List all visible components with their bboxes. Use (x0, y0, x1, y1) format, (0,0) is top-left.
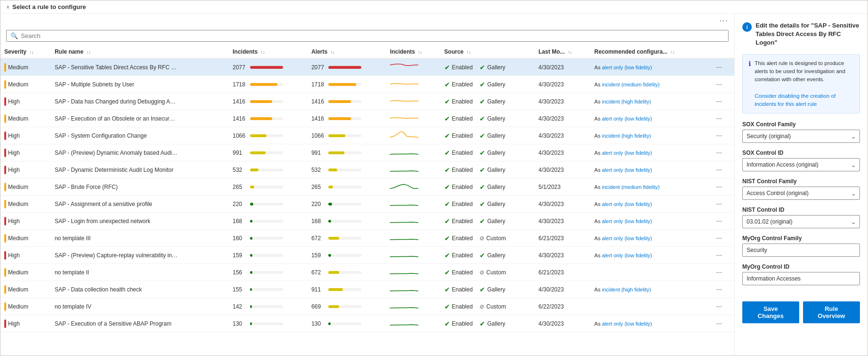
cell-more[interactable]: ··· (710, 161, 734, 178)
cell-more[interactable]: ··· (710, 213, 734, 230)
cell-more[interactable]: ··· (710, 127, 734, 144)
sox-control-family-section: SOX Control Family Security (original) S… (742, 121, 860, 143)
cell-more[interactable]: ··· (710, 110, 734, 127)
table-row[interactable]: Medium SAP - Assignment of a sensitive p… (0, 196, 734, 213)
row-more-button[interactable]: ··· (714, 165, 724, 175)
cell-more[interactable]: ··· (710, 93, 734, 110)
cell-rule-name: SAP - Execution of a Sensitive ABAP Prog… (51, 315, 229, 332)
row-more-button[interactable]: ··· (714, 113, 724, 124)
table-row[interactable]: High SAP - (Preview) Dynamic Anomaly bas… (0, 144, 734, 161)
cell-more[interactable]: ··· (710, 76, 734, 93)
col-incidents2[interactable]: Incidents ↑↓ (386, 46, 440, 58)
cell-lastmod: 4/30/2023 (535, 127, 591, 144)
sparkline-chart (390, 266, 436, 278)
cell-more[interactable]: ··· (710, 298, 734, 315)
panel-alert-link[interactable]: Consider disabling the creation of incid… (755, 93, 836, 107)
cell-source: ✔ Enabled ✔ Gallery (441, 161, 535, 178)
cell-lastmod: 4/30/2023 (535, 144, 591, 161)
nist-control-id-wrapper[interactable]: 03.01.02 (original) 03.01.02 03.01.03 (742, 215, 860, 228)
search-bar[interactable]: 🔍 (6, 30, 729, 42)
sparkline-chart (390, 130, 436, 141)
col-alerts[interactable]: Alerts ↑↓ (307, 46, 386, 58)
row-more-button[interactable]: ··· (714, 250, 724, 261)
row-more-button[interactable]: ··· (714, 96, 724, 107)
sox-control-id-wrapper[interactable]: Information Access (original) Informatio… (742, 158, 860, 171)
row-more-button[interactable]: ··· (714, 267, 724, 278)
table-row[interactable]: Medium SAP - Execution of an Obsolete or… (0, 110, 734, 127)
cell-sparkline (386, 230, 440, 247)
col-recommended[interactable]: Recommended configura... ↑↓ (591, 46, 710, 58)
search-input[interactable] (21, 32, 724, 39)
row-more-button[interactable]: ··· (714, 182, 724, 192)
save-changes-button[interactable]: Save Changes (742, 301, 799, 323)
row-more-button[interactable]: ··· (714, 284, 724, 295)
cell-lastmod: 4/30/2023 (535, 315, 591, 332)
table-row[interactable]: High SAP - System Configuration Change 1… (0, 127, 734, 144)
cell-more[interactable]: ··· (710, 178, 734, 196)
cell-incidents: 159 (229, 247, 308, 264)
cell-more[interactable]: ··· (710, 281, 734, 298)
table-row[interactable]: Medium SAP - Brute Force (RFC) 265 265 (0, 178, 734, 196)
recommended-text: As alert only (low fidelity) (594, 65, 652, 70)
lastmod-value: 4/30/2023 (538, 167, 563, 173)
myorg-control-family-input[interactable] (742, 244, 860, 257)
table-row[interactable]: High SAP - Dynamic Deterministic Audit L… (0, 161, 734, 178)
table-row[interactable]: Medium SAP - Sensitive Tables Direct Acc… (0, 58, 734, 76)
lastmod-value: 4/30/2023 (538, 286, 563, 293)
table-wrapper[interactable]: Severity ↑↓ Rule name ↑↓ Incidents ↑↓ Al… (0, 46, 734, 356)
table-row[interactable]: Medium no template III 160 672 (0, 230, 734, 247)
row-more-button[interactable]: ··· (714, 233, 724, 244)
alerts-bar-container (328, 254, 361, 257)
more-options-button[interactable]: ··· (720, 17, 729, 25)
table-row[interactable]: High SAP - Data has Changed during Debug… (0, 93, 734, 110)
sox-control-family-dropdown[interactable]: Security (original) Security Compliance … (742, 130, 860, 143)
incidents-number: 130 (233, 320, 247, 327)
cell-more[interactable]: ··· (710, 58, 734, 76)
col-incidents[interactable]: Incidents ↑↓ (229, 46, 308, 58)
col-severity[interactable]: Severity ↑↓ (0, 46, 51, 58)
table-row[interactable]: High SAP - Execution of a Sensitive ABAP… (0, 315, 734, 332)
nist-control-family-dropdown[interactable]: Access Control (original) Access Control… (742, 187, 860, 200)
table-row[interactable]: Medium SAP - Multiple Subnets by User 17… (0, 76, 734, 93)
recommended-text: As incident (medium fidelity) (594, 82, 660, 87)
row-more-button[interactable]: ··· (714, 79, 724, 90)
cell-more[interactable]: ··· (710, 315, 734, 332)
cell-more[interactable]: ··· (710, 230, 734, 247)
rule-overview-button[interactable]: Rule Overview (803, 301, 860, 323)
col-source[interactable]: Source ↑↓ (441, 46, 535, 58)
table-row[interactable]: High SAP - Login from unexpected network… (0, 213, 734, 230)
cell-severity: Medium (0, 76, 51, 93)
col-rule-name[interactable]: Rule name ↑↓ (51, 46, 229, 58)
lastmod-value: 4/30/2023 (538, 115, 563, 122)
nist-control-id-dropdown[interactable]: 03.01.02 (original) 03.01.02 03.01.03 (742, 215, 860, 228)
row-more-button[interactable]: ··· (714, 301, 724, 312)
cell-incidents: 1416 (229, 110, 308, 127)
col-lastmod[interactable]: Last Mo... ↑↓ (535, 46, 591, 58)
source-label: Gallery (487, 81, 505, 88)
cell-more[interactable]: ··· (710, 196, 734, 213)
row-more-button[interactable]: ··· (714, 319, 724, 329)
row-more-button[interactable]: ··· (714, 62, 724, 73)
row-more-button[interactable]: ··· (714, 199, 724, 209)
table-row[interactable]: Medium no template II 156 672 (0, 264, 734, 281)
enabled-label: Enabled (452, 167, 473, 173)
myorg-control-id-input[interactable] (742, 272, 860, 285)
row-more-button[interactable]: ··· (714, 148, 724, 158)
enabled-label: Enabled (452, 98, 473, 105)
row-more-button[interactable]: ··· (714, 216, 724, 226)
table-row[interactable]: Medium SAP - Data collection health chec… (0, 281, 734, 298)
myorg-control-family-section: MyOrg Control Family (742, 235, 860, 257)
table-row[interactable]: Medium no template IV 142 669 (0, 298, 734, 315)
recommended-text: As incident (medium fidelity) (594, 184, 660, 190)
nist-control-family-wrapper[interactable]: Access Control (original) Access Control… (742, 187, 860, 200)
lastmod-value: 4/30/2023 (538, 320, 563, 327)
cell-more[interactable]: ··· (710, 264, 734, 281)
cell-more[interactable]: ··· (710, 247, 734, 264)
cell-lastmod: 4/30/2023 (535, 247, 591, 264)
sparkline-chart (390, 78, 436, 90)
sox-control-family-wrapper[interactable]: Security (original) Security Compliance … (742, 130, 860, 143)
row-more-button[interactable]: ··· (714, 131, 724, 141)
table-row[interactable]: High SAP - (Preview) Capture-replay vuln… (0, 247, 734, 264)
sox-control-id-dropdown[interactable]: Information Access (original) Informatio… (742, 158, 860, 171)
cell-more[interactable]: ··· (710, 144, 734, 161)
